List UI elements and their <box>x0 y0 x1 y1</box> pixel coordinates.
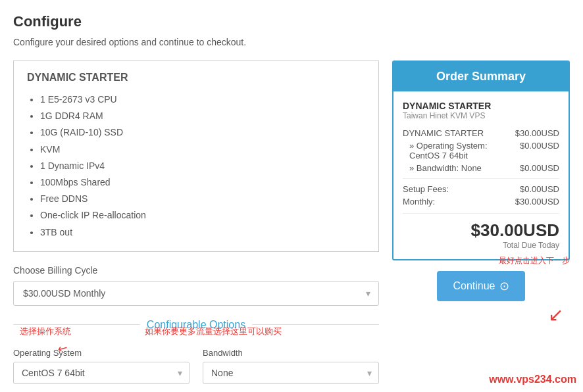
order-setup-line: Setup Fees: $0.00USD <box>403 184 559 194</box>
annotation-os: 选择操作系统 <box>20 326 71 337</box>
order-line-main-label: DYNAMIC STARTER <box>403 128 484 138</box>
order-divider <box>403 178 559 179</box>
bw-select[interactable]: None <box>203 362 378 383</box>
config-options-outer: 选择操作系统 ↙ 如果你要更多流量选择这里可以购买 Operating Syst… <box>13 341 379 384</box>
order-product-sub: Taiwan Hinet KVM VPS <box>403 111 559 120</box>
order-monthly-line: Monthly: $30.00USD <box>403 197 559 207</box>
order-product-name: DYNAMIC STARTER <box>403 101 559 111</box>
annotation-continue: 最好点击进入下一步 <box>499 255 570 266</box>
order-line-os: » Operating System: CentOS 7 64bit $0.00… <box>403 141 559 160</box>
watermark: www.vps234.com <box>489 374 576 385</box>
billing-select-wrapper: $30.00USD Monthly <box>13 281 379 306</box>
configurable-options-section: Configurable Options 选择操作系统 ↙ 如果你要更多流量选择… <box>13 319 379 384</box>
order-total-amount: $30.00USD <box>403 220 559 241</box>
continue-button[interactable]: Continue ⊙ <box>437 271 524 301</box>
billing-cycle-select[interactable]: $30.00USD Monthly <box>14 282 378 305</box>
order-total-section: $30.00USD Total Due Today <box>403 213 559 250</box>
order-line-bw: » Bandwidth: None $0.00USD <box>403 163 559 173</box>
order-summary-body: DYNAMIC STARTER Taiwan Hinet KVM VPS DYN… <box>393 91 569 259</box>
order-line-os-amount: $0.00USD <box>520 141 559 160</box>
order-line-bw-amount: $0.00USD <box>520 163 559 173</box>
billing-cycle-section: Choose Billing Cycle $30.00USD Monthly <box>13 265 379 306</box>
order-line-main: DYNAMIC STARTER $30.00USD <box>403 128 559 138</box>
order-line-os-label: » Operating System: CentOS 7 64bit <box>409 141 520 160</box>
bw-label: Bandwidth <box>203 348 379 358</box>
billing-cycle-label: Choose Billing Cycle <box>13 265 379 276</box>
os-select-wrapper: CentOS 7 64bit <box>13 362 190 384</box>
continue-arrow-icon: ⊙ <box>499 279 509 293</box>
list-item: 1G DDR4 RAM <box>40 108 365 124</box>
list-item: KVM <box>40 141 365 158</box>
page-title: Configure <box>13 13 570 30</box>
order-setup-label: Setup Fees: <box>403 184 449 194</box>
right-column: Order Summary DYNAMIC STARTER Taiwan Hin… <box>392 61 570 301</box>
list-item: One-click IP Re-allocation <box>40 207 365 224</box>
list-item: Free DDNS <box>40 191 365 207</box>
bw-select-wrapper: None <box>203 362 379 384</box>
continue-btn-wrap: 最好点击进入下一步 Continue ⊙ ↙ <box>392 271 570 301</box>
order-monthly-label: Monthly: <box>403 197 435 207</box>
list-item: 1 E5-2673 v3 CPU <box>40 91 365 108</box>
bandwidth-option: Bandwidth None <box>203 348 379 384</box>
product-feature-list: 1 E5-2673 v3 CPU 1G DDR4 RAM 10G (RAID-1… <box>27 91 365 241</box>
product-box-title: DYNAMIC STARTER <box>27 72 365 84</box>
left-column: DYNAMIC STARTER 1 E5-2673 v3 CPU 1G DDR4… <box>13 61 379 392</box>
list-item: 10G (RAID-10) SSD <box>40 124 365 141</box>
product-box: DYNAMIC STARTER 1 E5-2673 v3 CPU 1G DDR4… <box>13 61 379 252</box>
order-setup-amount: $0.00USD <box>520 184 559 194</box>
page-subtitle: Configure your desired options and conti… <box>13 37 570 47</box>
list-item: 3TB out <box>40 224 365 241</box>
order-total-label: Total Due Today <box>403 241 559 250</box>
order-summary: Order Summary DYNAMIC STARTER Taiwan Hin… <box>392 61 570 260</box>
continue-label: Continue <box>453 280 495 292</box>
list-item: 1 Dynamic IPv4 <box>40 158 365 174</box>
order-summary-header: Order Summary <box>393 62 569 91</box>
os-option: Operating System CentOS 7 64bit <box>13 348 190 384</box>
order-line-bw-label: » Bandwidth: None <box>409 163 482 173</box>
order-line-main-amount: $30.00USD <box>515 128 559 138</box>
order-monthly-amount: $30.00USD <box>515 197 559 207</box>
list-item: 100Mbps Shared <box>40 174 365 191</box>
arrow-continue-icon: ↙ <box>548 304 563 326</box>
os-label: Operating System <box>13 348 190 358</box>
annotation-bw: 如果你要更多流量选择这里可以购买 <box>145 326 282 337</box>
os-select[interactable]: CentOS 7 64bit <box>14 362 189 383</box>
